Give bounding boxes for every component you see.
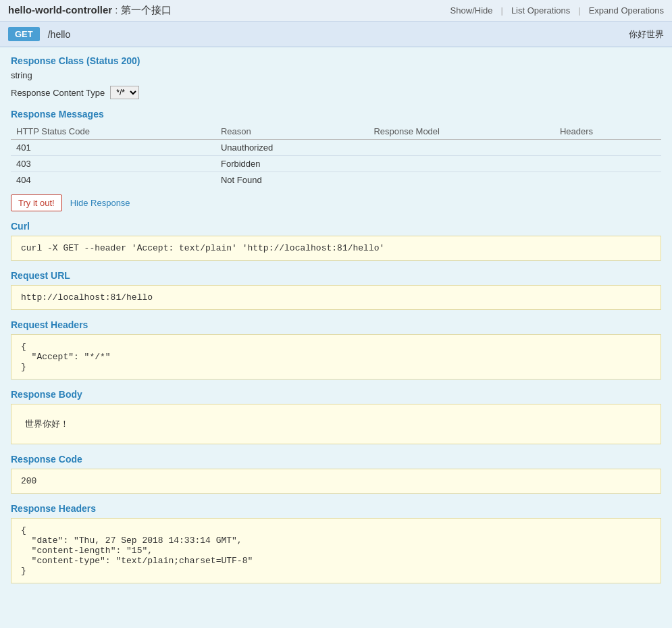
request-url-title: Request URL bbox=[11, 270, 661, 281]
cell-reason: Not Found bbox=[215, 172, 368, 188]
content-type-row: Response Content Type */* bbox=[11, 86, 661, 99]
cell-status_code: 401 bbox=[11, 140, 215, 156]
actions-row: Try it out! Hide Response bbox=[11, 194, 661, 211]
col-reason: Reason bbox=[215, 124, 368, 140]
request-headers-value: { "Accept": "*/*" } bbox=[11, 334, 661, 380]
expand-operations-link[interactable]: Expand Operations bbox=[589, 5, 664, 16]
cell-headers bbox=[554, 140, 661, 156]
col-response-model: Response Model bbox=[368, 124, 554, 140]
endpoint-description: 你好世界 bbox=[629, 28, 664, 41]
endpoint-left: GET /hello bbox=[8, 27, 70, 41]
controller-name: hello-world-controller bbox=[8, 4, 112, 16]
response-body-value: 世界你好！ bbox=[11, 404, 661, 444]
method-badge: GET bbox=[8, 27, 40, 41]
cell-reason: Unauthorized bbox=[215, 140, 368, 156]
request-headers-title: Request Headers bbox=[11, 319, 661, 330]
col-headers: Headers bbox=[554, 124, 661, 140]
controller-subtitle: 第一个接口 bbox=[121, 4, 172, 16]
table-row: 403Forbidden bbox=[11, 156, 661, 172]
endpoint-path: /hello bbox=[48, 29, 70, 40]
cell-status_code: 404 bbox=[11, 172, 215, 188]
divider1: | bbox=[500, 5, 502, 16]
list-operations-link[interactable]: List Operations bbox=[511, 5, 570, 16]
response-code-value: 200 bbox=[11, 469, 661, 494]
cell-status_code: 403 bbox=[11, 156, 215, 172]
curl-value: curl -X GET --header 'Accept: text/plain… bbox=[11, 236, 661, 261]
response-code-title: Response Code bbox=[11, 454, 661, 465]
response-body-title: Response Body bbox=[11, 389, 661, 400]
response-headers-value: { "date": "Thu, 27 Sep 2018 14:33:14 GMT… bbox=[11, 518, 661, 583]
cell-response_model bbox=[368, 172, 554, 188]
header-bar: hello-world-controller : 第一个接口 Show/Hide… bbox=[0, 0, 672, 22]
title-separator: : bbox=[112, 4, 121, 16]
try-it-out-button[interactable]: Try it out! bbox=[11, 194, 62, 211]
content-type-select[interactable]: */* bbox=[110, 86, 139, 99]
response-messages-title: Response Messages bbox=[11, 109, 661, 120]
controller-title: hello-world-controller : 第一个接口 bbox=[8, 4, 172, 17]
request-url-value: http://localhost:81/hello bbox=[11, 285, 661, 310]
cell-response_model bbox=[368, 156, 554, 172]
header-actions: Show/Hide | List Operations | Expand Ope… bbox=[450, 5, 664, 16]
endpoint-row: GET /hello 你好世界 bbox=[0, 22, 672, 47]
table-row: 401Unauthorized bbox=[11, 140, 661, 156]
curl-title: Curl bbox=[11, 221, 661, 232]
response-class-title: Response Class (Status 200) bbox=[11, 55, 661, 66]
table-row: 404Not Found bbox=[11, 172, 661, 188]
cell-reason: Forbidden bbox=[215, 156, 368, 172]
cell-headers bbox=[554, 156, 661, 172]
response-headers-title: Response Headers bbox=[11, 503, 661, 514]
response-class-type: string bbox=[11, 70, 661, 80]
hide-response-link[interactable]: Hide Response bbox=[70, 198, 130, 208]
divider2: | bbox=[578, 5, 580, 16]
cell-response_model bbox=[368, 140, 554, 156]
main-content: Response Class (Status 200) string Respo… bbox=[0, 47, 672, 628]
content-type-label: Response Content Type bbox=[11, 88, 105, 98]
show-hide-link[interactable]: Show/Hide bbox=[450, 5, 493, 16]
cell-headers bbox=[554, 172, 661, 188]
col-status-code: HTTP Status Code bbox=[11, 124, 215, 140]
response-messages-table: HTTP Status Code Reason Response Model H… bbox=[11, 124, 661, 188]
